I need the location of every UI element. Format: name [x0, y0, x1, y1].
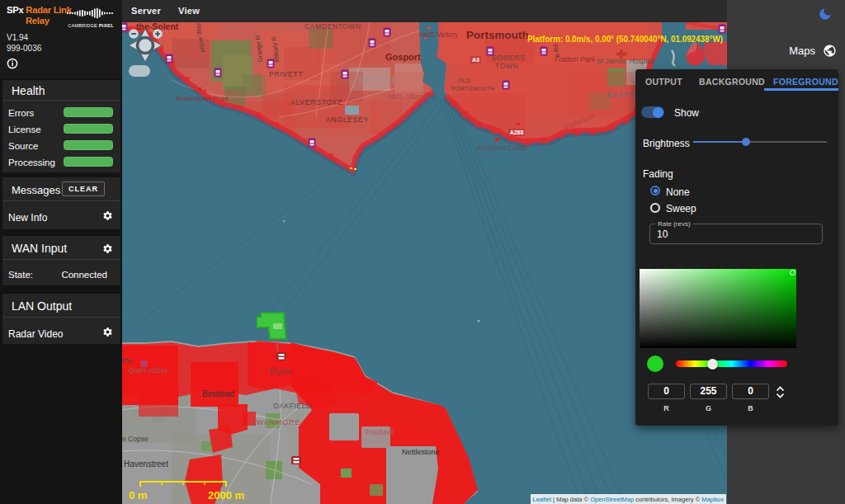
- svg-text:A3: A3: [472, 57, 479, 63]
- svg-text:OAKFIELD: OAKFIELD: [273, 402, 312, 410]
- svg-text:OLD: OLD: [458, 78, 470, 83]
- svg-text:Nettlestone: Nettlestone: [402, 448, 440, 456]
- svg-text:HMS Alliance: HMS Alliance: [388, 92, 430, 101]
- svg-text:PORTSMOUTH: PORTSMOUTH: [451, 86, 495, 92]
- svg-text:Havenstreet: Havenstreet: [124, 459, 168, 469]
- svg-text:SOMERS: SOMERS: [492, 54, 525, 62]
- svg-text:Ryde: Ryde: [270, 366, 292, 376]
- svg-text:Binstead: Binstead: [202, 389, 234, 398]
- svg-text:ANGLESEY: ANGLESEY: [326, 115, 369, 124]
- svg-text:e Copse: e Copse: [122, 435, 149, 443]
- svg-text:0 m: 0 m: [129, 489, 147, 502]
- svg-text:A288: A288: [510, 130, 524, 135]
- svg-text:St James' Hospital: St James' Hospital: [597, 57, 654, 65]
- svg-text:2000 m: 2000 m: [208, 489, 244, 502]
- svg-text:Quarr Abbey: Quarr Abbey: [129, 366, 168, 374]
- svg-text:Gosport: Gosport: [385, 52, 421, 62]
- svg-text:ALVERSTOKE: ALVERSTOKE: [290, 98, 343, 106]
- svg-text:SEAFIELD: SEAFIELD: [359, 76, 397, 84]
- svg-text:PRIVETT: PRIVETT: [269, 70, 304, 78]
- svg-text:TOWN: TOWN: [495, 62, 518, 70]
- svg-text:Portsmouth: Portsmouth: [466, 29, 529, 41]
- svg-text:SWANMORE: SWANMORE: [251, 418, 300, 426]
- svg-text:EASTNE: EASTNE: [607, 91, 640, 99]
- svg-text:Southsea Castle: Southsea Castle: [476, 144, 528, 152]
- svg-text:Browndown Point: Browndown Point: [177, 95, 229, 102]
- svg-text:Pondwell: Pondwell: [366, 428, 394, 436]
- svg-text:CAMDENTOWN: CAMDENTOWN: [304, 22, 361, 31]
- svg-text:rne: rne: [122, 356, 133, 365]
